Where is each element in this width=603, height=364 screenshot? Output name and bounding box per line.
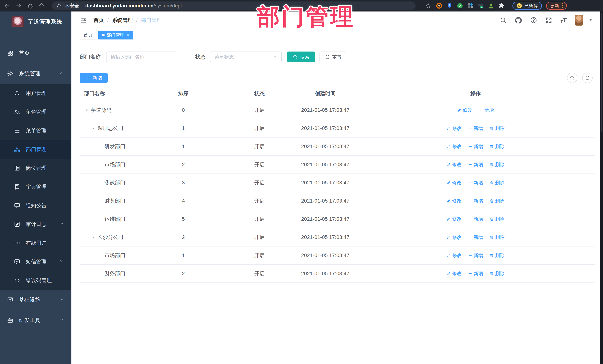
sidebar-item-字典管理[interactable]: 字典管理 [0, 177, 71, 196]
edit-link[interactable]: 修改 [446, 143, 462, 150]
create-time-cell: 2021-01-05 17:03:47 [295, 271, 356, 276]
extension-pin-icon[interactable] [446, 3, 453, 9]
add-link[interactable]: 新增 [468, 125, 483, 132]
sidebar-item-部门管理[interactable]: 部门管理 [0, 140, 71, 159]
avatar-caret-down-icon[interactable]: ▼ [589, 18, 593, 22]
add-link[interactable]: 新增 [468, 143, 483, 150]
address-bar[interactable]: 不安全 dashboard.yudao.iocoder.cn/system/de… [52, 1, 416, 10]
avatar[interactable] [575, 15, 583, 26]
refresh-button[interactable] [582, 73, 593, 83]
sidebar-item-研发工具[interactable]: 研发工具 [0, 310, 71, 331]
sidebar-item-审计日志[interactable]: 审计日志 [0, 215, 71, 233]
sidebar-item-岗位管理[interactable]: 岗位管理 [0, 159, 71, 177]
breadcrumb-item-首页[interactable]: 首页 [93, 17, 104, 24]
add-link[interactable]: 新增 [479, 107, 494, 113]
sort-cell: 1 [142, 143, 224, 149]
expand-chevron-icon[interactable] [91, 126, 95, 131]
delete-link[interactable]: 删除 [489, 270, 505, 277]
update-button[interactable]: 更新 [546, 2, 567, 10]
browser-menu-kebab-icon[interactable] [562, 3, 563, 8]
bookmark-star-icon[interactable] [425, 2, 432, 10]
not-secure-label[interactable]: 不安全 [65, 3, 79, 9]
sidebar-item-短信管理[interactable]: 短信管理 [0, 252, 71, 271]
delete-link[interactable]: 删除 [489, 252, 505, 259]
home-nav-icon[interactable] [38, 2, 45, 10]
expand-chevron-icon[interactable] [91, 235, 95, 240]
hamburger-icon[interactable] [80, 16, 87, 24]
url-text[interactable]: dashboard.yudao.iocoder.cn/system/dept [85, 3, 182, 9]
delete-link[interactable]: 删除 [489, 125, 505, 132]
close-tag-icon[interactable]: × [127, 33, 129, 38]
edit-link[interactable]: 修改 [446, 125, 462, 132]
delete-link[interactable]: 删除 [489, 180, 505, 186]
edit-link[interactable]: 修改 [446, 161, 462, 168]
scrollbar-thumb[interactable] [601, 13, 603, 132]
profile-paused-pill[interactable]: 已暂停 [512, 2, 542, 10]
expand-chevron-icon[interactable] [84, 108, 89, 112]
sidebar-item-用户管理[interactable]: 用户管理 [0, 84, 71, 102]
add-link[interactable]: 新增 [468, 234, 483, 241]
sidebar-item-菜单管理[interactable]: 菜单管理 [0, 121, 71, 140]
delete-link[interactable]: 删除 [489, 161, 505, 168]
app-logo-row[interactable]: 芋道管理系统 [0, 11, 72, 32]
help-icon[interactable] [530, 17, 537, 24]
tag-部门管理[interactable]: 部门管理× [98, 31, 133, 39]
edit-link[interactable]: 修改 [446, 270, 462, 277]
font-size-icon[interactable]: TT [560, 17, 567, 23]
extension-orange-icon[interactable] [436, 3, 442, 9]
sidebar-item-通知公告[interactable]: 通知公告 [0, 196, 71, 215]
reset-button[interactable]: 重置 [320, 52, 347, 62]
edit-link[interactable]: 修改 [446, 180, 462, 186]
extensions-puzzle-icon[interactable] [498, 3, 505, 9]
search-button[interactable]: 搜索 [287, 52, 315, 62]
extension-green-check-icon[interactable] [457, 3, 463, 9]
reload-icon[interactable] [26, 2, 34, 10]
add-link[interactable]: 新增 [468, 198, 483, 204]
error-code-icon [14, 277, 20, 284]
sidebar-submenu: 用户管理角色管理菜单管理部门管理岗位管理字典管理通知公告审计日志在线用户短信管理… [0, 84, 71, 290]
edit-link[interactable]: 修改 [446, 252, 462, 259]
add-button[interactable]: 新增 [80, 73, 108, 83]
sidebar-item-角色管理[interactable]: 角色管理 [0, 102, 71, 121]
forward-icon[interactable] [15, 2, 22, 10]
fullscreen-icon[interactable] [545, 17, 552, 24]
extension-person-icon[interactable] [488, 3, 494, 9]
dept-name-input[interactable] [106, 52, 177, 62]
add-link[interactable]: 新增 [468, 180, 483, 186]
header-actions: TT ▼ [500, 15, 593, 26]
sidebar-item-label: 用户管理 [26, 90, 46, 97]
browser-scrollbar[interactable] [600, 11, 603, 364]
add-link[interactable]: 新增 [468, 216, 483, 222]
add-link[interactable]: 新增 [468, 270, 483, 277]
sort-cell: 4 [142, 198, 224, 204]
sidebar-item-系统管理[interactable]: 系统管理 [0, 63, 71, 84]
online-user-icon [14, 240, 20, 246]
add-link[interactable]: 新增 [468, 252, 483, 259]
toggle-search-button[interactable] [567, 73, 577, 83]
delete-link[interactable]: 删除 [489, 198, 505, 204]
extension-on-badge-icon[interactable]: on [477, 3, 484, 9]
delete-link[interactable]: 删除 [489, 216, 505, 222]
dept-name: 运维部门 [104, 216, 125, 223]
search-icon[interactable] [500, 17, 507, 24]
sidebar-item-label: 岗位管理 [26, 165, 46, 172]
edit-link[interactable]: 修改 [446, 198, 462, 204]
extension-grid-icon[interactable] [467, 3, 474, 9]
sidebar-item-首页[interactable]: 首页 [0, 43, 71, 63]
edit-link[interactable]: 修改 [457, 107, 472, 113]
back-icon[interactable] [3, 2, 11, 10]
breadcrumb-item-系统管理[interactable]: 系统管理 [112, 17, 133, 24]
sidebar-item-错误码管理[interactable]: 错误码管理 [0, 271, 71, 290]
tag-首页[interactable]: 首页 [80, 31, 96, 39]
status-select[interactable]: 菜单状态 [210, 52, 282, 62]
edit-link[interactable]: 修改 [446, 216, 462, 222]
edit-link[interactable]: 修改 [446, 234, 462, 241]
dept-name-input-field[interactable] [111, 54, 173, 60]
github-icon[interactable] [515, 17, 522, 24]
add-link[interactable]: 新增 [468, 161, 483, 168]
sidebar-item-在线用户[interactable]: 在线用户 [0, 233, 71, 252]
delete-link[interactable]: 删除 [489, 143, 505, 150]
delete-link[interactable]: 删除 [489, 234, 505, 241]
announcement-icon [14, 202, 20, 209]
sidebar-item-基础设施[interactable]: 基础设施 [0, 290, 71, 310]
